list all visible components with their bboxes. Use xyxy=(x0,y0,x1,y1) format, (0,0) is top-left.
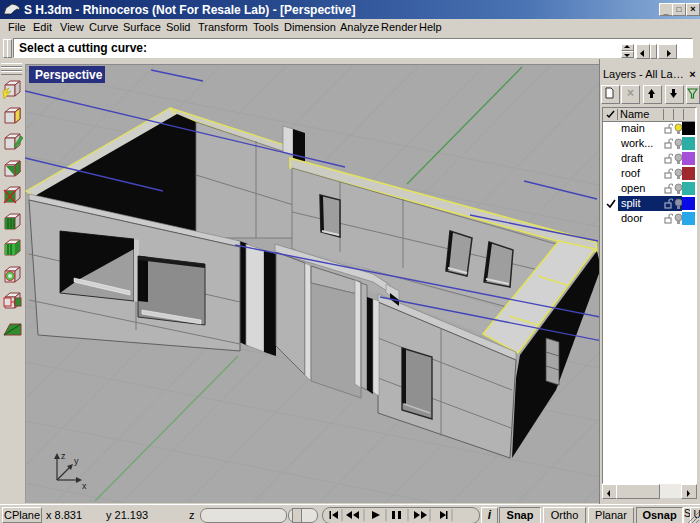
svg-text:Perspective: Perspective xyxy=(35,68,103,82)
svg-text:z: z xyxy=(61,451,66,461)
svg-text:x: x xyxy=(82,481,87,491)
svg-text:y: y xyxy=(74,456,79,466)
